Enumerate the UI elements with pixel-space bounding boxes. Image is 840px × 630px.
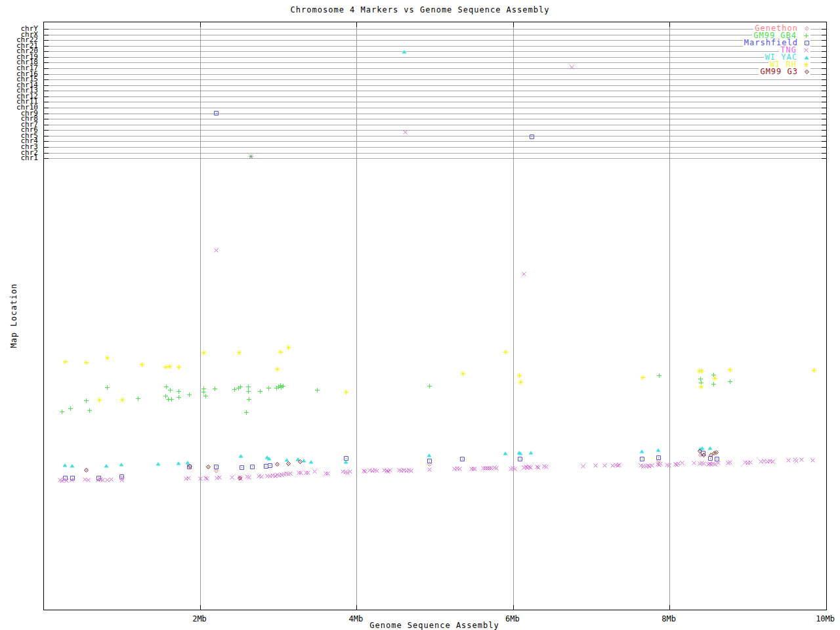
data-point	[714, 445, 719, 457]
y-tick	[44, 119, 49, 119]
data-point	[298, 454, 303, 467]
x-gridline	[669, 22, 670, 610]
data-point	[512, 462, 518, 474]
chromosome-gridline	[44, 96, 826, 97]
y-tick	[822, 46, 826, 47]
data-point	[374, 464, 380, 476]
data-point	[278, 345, 284, 358]
data-point	[139, 358, 145, 370]
data-point	[518, 375, 524, 388]
y-tick	[44, 108, 49, 108]
data-point	[727, 363, 733, 375]
chromosome-gridline	[44, 91, 826, 91]
data-point	[186, 471, 192, 484]
data-point	[274, 362, 280, 375]
data-point	[266, 452, 272, 464]
data-point	[176, 390, 182, 403]
data-point	[104, 459, 109, 471]
data-point	[543, 460, 549, 472]
data-point	[698, 380, 704, 392]
data-point	[246, 392, 252, 405]
plot-area: GenethonGM99 GB4MarshfieldTNGWI YACWI RH…	[43, 22, 827, 610]
data-point	[213, 243, 219, 256]
data-point	[135, 392, 141, 404]
chromosome-gridline	[44, 153, 826, 154]
data-point	[238, 471, 242, 483]
data-point	[656, 443, 661, 455]
data-point	[528, 446, 534, 458]
y-tick	[44, 46, 49, 47]
y-tick	[44, 130, 49, 131]
legend-row: GM99 G3	[759, 68, 810, 75]
y-tick	[44, 91, 49, 91]
chromosome-gridline	[44, 158, 826, 159]
chromosome-gridline	[44, 125, 826, 125]
data-point	[503, 345, 509, 358]
y-tick	[44, 136, 49, 136]
data-point	[176, 456, 181, 469]
legend-marker-icon	[804, 55, 809, 60]
chromosome-gridline	[44, 68, 826, 69]
data-point	[799, 453, 805, 465]
y-tick	[44, 141, 49, 142]
x-tick	[200, 605, 201, 610]
data-point	[427, 379, 432, 392]
chromosome-gridline	[44, 35, 826, 35]
chromosome-gridline	[44, 40, 826, 41]
x-gridline	[356, 22, 357, 610]
y-tick	[44, 85, 49, 86]
data-point	[308, 455, 314, 467]
chromosome-gridline	[44, 51, 826, 52]
y-tick	[822, 153, 826, 154]
y-tick	[44, 68, 49, 69]
data-point	[343, 385, 349, 398]
data-point	[747, 455, 753, 468]
y-tick	[822, 108, 826, 108]
chromosome-gridline	[44, 57, 826, 58]
y-tick	[822, 147, 826, 148]
data-point	[275, 457, 280, 469]
data-point	[593, 459, 598, 471]
x-tick	[356, 22, 357, 27]
data-point	[266, 381, 272, 394]
x-tick	[669, 605, 670, 610]
data-point	[811, 364, 817, 376]
y-tick	[44, 35, 49, 35]
data-point	[84, 463, 89, 475]
x-tick	[200, 22, 201, 27]
data-point	[691, 456, 697, 469]
data-point	[204, 472, 210, 484]
chromosome-gridline	[44, 141, 826, 142]
data-point	[68, 402, 74, 414]
y-tick	[822, 130, 826, 131]
data-point	[169, 392, 175, 405]
data-point	[427, 463, 432, 475]
data-point	[640, 371, 646, 383]
legend-marker-icon	[803, 33, 809, 39]
y-tick	[822, 79, 826, 80]
x-gridline	[513, 22, 514, 610]
data-point	[786, 453, 791, 466]
y-tick	[822, 74, 826, 75]
data-point	[257, 385, 263, 397]
x-axis-label: Genome Sequence Assembly	[43, 621, 826, 630]
y-tick	[822, 96, 826, 97]
data-point	[528, 461, 534, 473]
data-point	[286, 456, 291, 469]
y-tick	[44, 40, 49, 41]
y-tick	[822, 102, 826, 102]
chromosome-gridline	[44, 79, 826, 80]
data-point	[201, 346, 207, 358]
data-point	[59, 405, 65, 417]
y-tick	[822, 125, 826, 125]
data-point	[503, 446, 508, 459]
x-tick	[669, 22, 670, 27]
data-point	[325, 467, 331, 479]
y-tick	[44, 57, 49, 58]
y-tick	[44, 79, 49, 80]
data-point	[119, 473, 125, 486]
data-point	[246, 471, 252, 483]
marker-concordance-chart: Chromosome 4 Markers vs Genome Sequence …	[0, 0, 840, 630]
data-point	[176, 360, 182, 373]
data-point	[108, 472, 114, 485]
